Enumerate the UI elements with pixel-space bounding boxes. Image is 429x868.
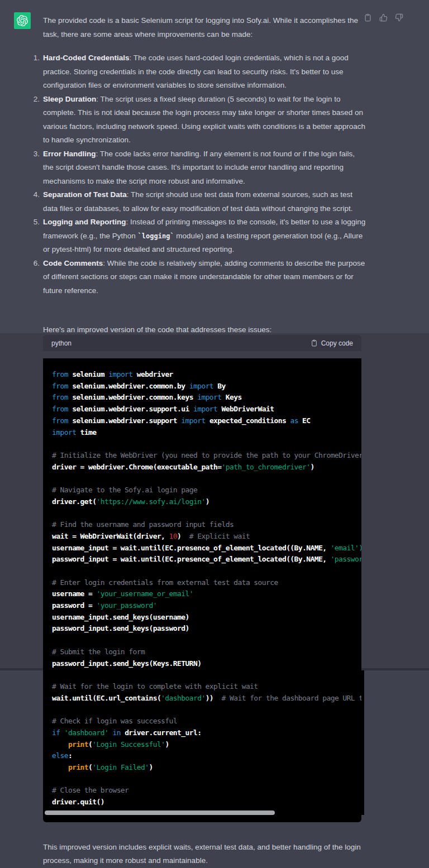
code-line: username_input = wait.until(EC.presence_… — [52, 543, 361, 554]
code-line: password_input = wait.until(EC.presence_… — [52, 554, 361, 565]
message-actions — [363, 13, 403, 22]
list-item: Sleep Duration: The script uses a fixed … — [43, 93, 367, 147]
list-item-term: Hard-Coded Credentials — [43, 54, 130, 62]
code-block: python Copy code from selenium import we… — [43, 335, 361, 829]
code-line: # Check if login was successful — [52, 716, 361, 727]
list-item-term: Error Handling — [43, 150, 96, 158]
chat-assistant-message: The provided code is a basic Selenium sc… — [0, 0, 429, 868]
inline-code: `logging` — [138, 232, 174, 240]
code-block-header: python Copy code — [43, 335, 361, 351]
code-line — [52, 473, 361, 485]
intro-paragraph: The provided code is a basic Selenium sc… — [43, 14, 367, 41]
code-line — [52, 507, 361, 519]
list-item: Logging and Reporting: Instead of printi… — [43, 215, 367, 257]
horizontal-scrollbar-thumb[interactable] — [45, 811, 275, 815]
code-line: wait = WebDriverWait(driver, 10) # Expli… — [52, 531, 361, 543]
code-line: from selenium.webdriver.support.ui impor… — [52, 404, 361, 415]
thumbs-down-icon — [395, 13, 403, 22]
code-line: # Close the browser — [52, 785, 361, 797]
list-item-term: Code Comments — [43, 259, 103, 267]
assistant-avatar — [14, 12, 31, 29]
list-item-term: Logging and Reporting — [43, 218, 126, 226]
code-line: # Wait for the login to complete with ex… — [52, 681, 361, 693]
code-line — [52, 774, 361, 785]
thumbs-down-button[interactable] — [394, 13, 403, 22]
copy-code-button[interactable]: Copy code — [311, 339, 353, 347]
code-line: from selenium import webdriver — [52, 369, 361, 381]
openai-logo-icon — [17, 15, 28, 26]
code-line: # Submit the login form — [52, 646, 361, 658]
code-line — [52, 438, 361, 450]
code-line: password = 'your_password' — [52, 600, 361, 612]
code-line — [52, 565, 361, 577]
code-line — [52, 704, 361, 716]
clipboard-icon — [311, 339, 318, 347]
code-line — [52, 669, 361, 681]
code-line — [52, 635, 361, 646]
code-line: driver.quit() — [52, 797, 361, 808]
code-line: if 'dashboard' in driver.current_url: — [52, 727, 361, 739]
closing-paragraph: This improved version includes explicit … — [43, 841, 367, 868]
code-line: from selenium.webdriver.common.by import… — [52, 381, 361, 392]
code-line: wait.until(EC.url_contains('dashboard'))… — [52, 693, 361, 704]
thumbs-up-icon — [379, 13, 388, 22]
code-line: # Navigate to the Sofy.ai login page — [52, 485, 361, 496]
thumbs-up-button[interactable] — [379, 13, 388, 22]
code-content: from selenium import webdriverfrom selen… — [43, 358, 361, 822]
code-line: username = 'your_username_or_email' — [52, 588, 361, 600]
code-line: driver = webdriver.Chrome(executable_pat… — [52, 462, 361, 473]
screenshot-seam — [0, 668, 429, 670]
issues-list: Hard-Coded Credentials: The code uses ha… — [43, 51, 367, 298]
code-line: else: — [52, 750, 361, 762]
code-line: from selenium.webdriver.common.keys impo… — [52, 392, 361, 404]
message-body: The provided code is a basic Selenium sc… — [43, 14, 367, 298]
list-item-term: Separation of Test Data — [43, 190, 127, 199]
code-block-stitch-extension — [361, 670, 364, 815]
code-language-label: python — [51, 339, 72, 347]
list-item: Error Handling: The code lacks error han… — [43, 147, 367, 189]
code-line: print('Login Successful') — [52, 739, 361, 751]
code-line: from selenium.webdriver.support import e… — [52, 415, 361, 427]
list-item-term: Sleep Duration — [43, 95, 96, 103]
code-line: # Enter login credentials from external … — [52, 577, 361, 589]
code-line: password_input.send_keys(password) — [52, 623, 361, 635]
copy-code-label: Copy code — [321, 339, 353, 347]
list-item: Hard-Coded Credentials: The code uses ha… — [43, 51, 367, 93]
code-line: print('Login Failed') — [52, 762, 361, 774]
list-item: Separation of Test Data: The script shou… — [43, 188, 367, 215]
code-line: # Find the username and password input f… — [52, 519, 361, 531]
code-line: driver.get('https://www.sofy.ai/login') — [52, 496, 361, 508]
code-line: import time — [52, 427, 361, 439]
code-line: username_input.send_keys(username) — [52, 612, 361, 624]
list-item: Code Comments: While the code is relativ… — [43, 257, 367, 298]
code-line: # Initialize the WebDriver (you need to … — [52, 450, 361, 462]
